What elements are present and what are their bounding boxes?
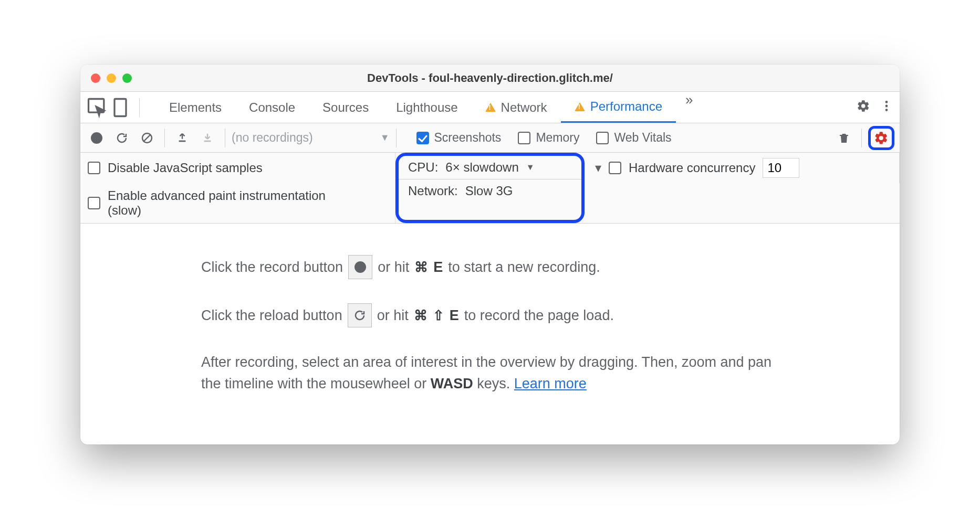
divider	[225, 129, 225, 147]
checkbox-icon	[609, 162, 621, 174]
titlebar: DevTools - foul-heavenly-direction.glitc…	[80, 65, 900, 92]
memory-checkbox[interactable]: Memory	[518, 131, 579, 145]
tab-performance[interactable]: Performance	[561, 92, 676, 123]
network-throttle-select[interactable]: Network: Slow 3G	[399, 179, 581, 203]
fullscreen-window-icon[interactable]	[122, 73, 132, 83]
devtools-tabstrip: Elements Console Sources Lighthouse Netw…	[80, 92, 900, 123]
window-title: DevTools - foul-heavenly-direction.glitc…	[80, 71, 900, 85]
reload-button-inline[interactable]	[348, 303, 372, 327]
load-profile-button[interactable]	[171, 132, 193, 144]
cpu-label: CPU:	[408, 160, 438, 175]
inspect-element-icon[interactable]	[86, 92, 109, 123]
capture-settings-button[interactable]	[868, 126, 894, 150]
record-icon	[355, 261, 366, 273]
svg-rect-7	[204, 140, 211, 142]
svg-point-2	[885, 101, 888, 103]
tab-network[interactable]: Network	[472, 92, 561, 123]
network-label: Network:	[408, 184, 458, 198]
advanced-paint-checkbox[interactable]: Enable advanced paint instrumentation (s…	[80, 183, 395, 223]
svg-rect-6	[179, 140, 186, 142]
recordings-placeholder: (no recordings)	[232, 131, 313, 145]
capture-settings-panel: Disable JavaScript samples CPU: 6× slowd…	[80, 153, 900, 224]
tab-console[interactable]: Console	[235, 92, 309, 123]
performance-toolbar: (no recordings) ▼ Screenshots Memory Web…	[80, 123, 900, 153]
save-profile-button[interactable]	[196, 132, 218, 144]
shift-key-icon: ⇧	[433, 305, 444, 326]
record-button-inline[interactable]	[348, 255, 372, 279]
recordings-dropdown[interactable]: (no recordings) ▼	[232, 131, 390, 145]
hardware-concurrency-checkbox[interactable]: Hardware concurrency	[609, 161, 755, 175]
svg-rect-1	[114, 99, 126, 116]
cpu-value: 6× slowdown	[445, 160, 518, 175]
minimize-window-icon[interactable]	[107, 73, 116, 83]
reload-record-button[interactable]	[111, 132, 133, 144]
checkbox-icon	[88, 197, 100, 209]
svg-point-3	[885, 104, 888, 107]
screenshots-checkbox[interactable]: Screenshots	[416, 131, 502, 145]
settings-icon[interactable]	[857, 99, 870, 116]
dropdown-arrow-icon: ▼	[380, 132, 390, 143]
record-button[interactable]	[86, 132, 108, 144]
cpu-throttle-select[interactable]: CPU: 6× slowdown ▼	[399, 156, 581, 179]
performance-empty-state: Click the record button or hit ⌘ E to st…	[80, 224, 900, 444]
hint-record: Click the record button or hit ⌘ E to st…	[201, 255, 779, 279]
network-value: Slow 3G	[465, 184, 513, 198]
cmd-key-icon: ⌘	[414, 305, 428, 326]
tab-lighthouse[interactable]: Lighthouse	[382, 92, 471, 123]
checkbox-icon	[88, 162, 100, 174]
devtools-window: DevTools - foul-heavenly-direction.glitc…	[80, 65, 900, 444]
tab-sources[interactable]: Sources	[309, 92, 382, 123]
checkbox-icon	[416, 132, 429, 144]
caret-icon: ▾	[595, 161, 601, 175]
collect-garbage-button[interactable]	[833, 132, 855, 144]
dropdown-arrow-icon: ▼	[526, 163, 535, 172]
hint-reload: Click the reload button or hit ⌘ ⇧ E to …	[201, 303, 779, 327]
more-tabs-icon[interactable]: »	[676, 92, 702, 123]
warning-icon	[485, 103, 496, 112]
checkbox-icon	[596, 132, 609, 144]
divider	[164, 129, 165, 147]
divider	[396, 129, 397, 147]
tab-elements[interactable]: Elements	[155, 92, 235, 123]
warning-icon	[575, 102, 585, 111]
more-options-icon[interactable]	[880, 99, 893, 116]
learn-more-link[interactable]: Learn more	[514, 376, 587, 391]
cmd-key-icon: ⌘	[414, 257, 428, 278]
divider	[139, 98, 140, 117]
device-toolbar-icon[interactable]	[109, 92, 132, 123]
clear-button[interactable]	[136, 132, 158, 144]
disable-js-samples-checkbox[interactable]: Disable JavaScript samples	[80, 153, 395, 183]
svg-point-4	[885, 109, 888, 111]
throttling-highlight: CPU: 6× slowdown ▼ Network: Slow 3G	[395, 153, 585, 223]
close-window-icon[interactable]	[91, 73, 100, 83]
checkbox-icon	[518, 132, 530, 144]
hint-after-recording: After recording, select an area of inter…	[201, 352, 779, 394]
hardware-concurrency-input[interactable]	[763, 158, 799, 178]
record-icon	[91, 132, 102, 144]
window-controls	[91, 73, 132, 83]
divider	[861, 129, 862, 147]
webvitals-checkbox[interactable]: Web Vitals	[596, 131, 671, 145]
